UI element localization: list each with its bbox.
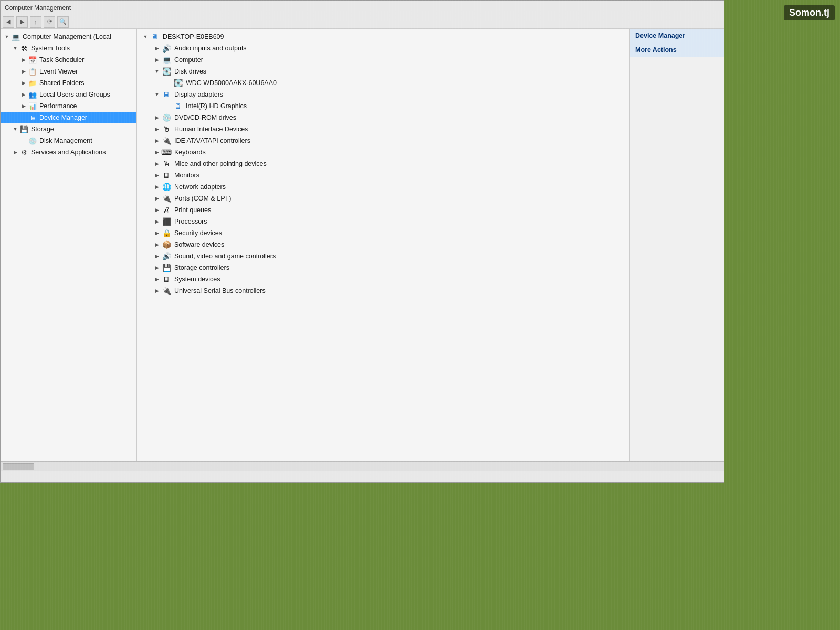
dev-item-sound[interactable]: ▶ 🔊 Sound, video and game controllers xyxy=(137,250,629,262)
sidebar-item-system-tools[interactable]: ▼ 🛠 System Tools xyxy=(1,43,136,54)
toolbar-btn-4[interactable]: ⟳ xyxy=(44,16,55,28)
dev-item-processors[interactable]: ▶ ⬛ Processors xyxy=(137,216,629,227)
mmc-window: Computer Management ◀ ▶ ↑ ⟳ 🔍 ▼ 💻 Comput… xyxy=(0,0,724,483)
dev-item-usb[interactable]: ▶ 🔌 Universal Serial Bus controllers xyxy=(137,285,629,297)
dev-item-disk-drives[interactable]: ▼ 💽 Disk drives xyxy=(137,66,629,77)
dev-item-root[interactable]: ▼ 🖥 DESKTOP-E0EB609 xyxy=(137,31,629,43)
action-panel: Device Manager More Actions xyxy=(629,29,724,461)
display-icon: 🖥 xyxy=(161,90,172,99)
sidebar-item-device-manager[interactable]: 🖥 Device Manager xyxy=(1,112,136,123)
expand-icon: ▶ xyxy=(153,136,161,145)
expand-icon: ▶ xyxy=(153,229,161,237)
desktop-icon: 🖥 xyxy=(150,32,160,41)
dev-label: Print queues xyxy=(174,206,211,214)
expand-icon: ▼ xyxy=(153,67,161,76)
dev-item-intel[interactable]: 🖥 Intel(R) HD Graphics xyxy=(137,100,629,112)
expand-icon xyxy=(19,113,28,122)
toolbar-btn-3[interactable]: ↑ xyxy=(30,16,41,28)
window-title: Computer Management xyxy=(5,4,71,12)
expand-icon: ▼ xyxy=(11,44,19,52)
dev-item-security[interactable]: ▶ 🔒 Security devices xyxy=(137,227,629,239)
performance-icon: 📊 xyxy=(28,102,37,110)
horizontal-scrollbar[interactable] xyxy=(1,461,724,471)
network-icon: 🌐 xyxy=(161,182,172,192)
expand-icon: ▶ xyxy=(153,160,161,168)
dev-item-mice[interactable]: ▶ 🖱 Mice and other pointing devices xyxy=(137,158,629,170)
computer-icon: 💻 xyxy=(11,33,20,41)
dev-label: DESKTOP-E0EB609 xyxy=(163,33,224,40)
dev-item-hid[interactable]: ▶ 🖱 Human Interface Devices xyxy=(137,123,629,135)
sidebar-item-performance[interactable]: ▶ 📊 Performance xyxy=(1,100,136,112)
sidebar-label: Event Viewer xyxy=(39,68,78,75)
dev-label: Intel(R) HD Graphics xyxy=(186,102,247,110)
dev-item-storage-ctrl[interactable]: ▶ 💾 Storage controllers xyxy=(137,262,629,274)
dev-label: Disk drives xyxy=(174,68,206,75)
sidebar-item-event-viewer[interactable]: ▶ 📋 Event Viewer xyxy=(1,66,136,77)
expand-icon: ▶ xyxy=(153,264,161,272)
dev-item-dvd[interactable]: ▶ 💿 DVD/CD-ROM drives xyxy=(137,112,629,123)
dev-label: Human Interface Devices xyxy=(174,125,248,133)
expand-icon: ▶ xyxy=(153,113,161,122)
sidebar-item-shared-folders[interactable]: ▶ 📁 Shared Folders xyxy=(1,77,136,89)
dev-label: Sound, video and game controllers xyxy=(174,253,276,260)
sidebar-item-services[interactable]: ▶ ⚙ Services and Applications xyxy=(1,146,136,158)
sidebar-label: Services and Applications xyxy=(31,149,106,156)
expand-icon xyxy=(164,102,173,110)
dev-label: DVD/CD-ROM drives xyxy=(174,114,236,121)
dev-item-print-queues[interactable]: ▶ 🖨 Print queues xyxy=(137,204,629,216)
dev-item-wdc[interactable]: 💽 WDC WD5000AAKX-60U6AA0 xyxy=(137,77,629,89)
dev-label: System devices xyxy=(174,276,220,283)
dev-label: Computer xyxy=(174,56,203,64)
sidebar-item-storage[interactable]: ▼ 💾 Storage xyxy=(1,123,136,135)
device-tree-panel: ▼ 🖥 DESKTOP-E0EB609 ▶ 🔊 Audio inputs and… xyxy=(137,29,629,461)
expand-icon: ▶ xyxy=(153,183,161,191)
action-section-device-manager[interactable]: Device Manager xyxy=(630,29,724,43)
mouse-icon: 🖱 xyxy=(161,159,172,169)
storage-ctrl-icon: 💾 xyxy=(161,263,172,272)
dev-label: Ports (COM & LPT) xyxy=(174,195,231,202)
watermark: Somon.tj xyxy=(784,5,835,20)
dev-item-keyboards[interactable]: ▶ ⌨ Keyboards xyxy=(137,146,629,158)
dev-label: Security devices xyxy=(174,229,222,237)
dev-item-ide[interactable]: ▶ 🔌 IDE ATA/ATAPI controllers xyxy=(137,135,629,146)
services-icon: ⚙ xyxy=(19,148,29,156)
dev-item-computer[interactable]: ▶ 💻 Computer xyxy=(137,54,629,66)
dev-item-audio[interactable]: ▶ 🔊 Audio inputs and outputs xyxy=(137,43,629,54)
sidebar-item-disk-management[interactable]: 💿 Disk Management xyxy=(1,135,136,146)
status-bar xyxy=(1,471,724,482)
expand-icon: ▶ xyxy=(11,148,19,156)
toolbar-btn-2[interactable]: ▶ xyxy=(16,16,28,28)
toolbar-btn-5[interactable]: 🔍 xyxy=(57,16,69,28)
dev-label: Keyboards xyxy=(174,149,206,156)
expand-icon: ▶ xyxy=(153,171,161,180)
processor-icon: ⬛ xyxy=(161,217,172,226)
sidebar-item-computer-management[interactable]: ▼ 💻 Computer Management (Local xyxy=(1,31,136,43)
sidebar-label: System Tools xyxy=(31,45,70,52)
dev-item-system-devices[interactable]: ▶ 🖥 System devices xyxy=(137,274,629,285)
dev-label: IDE ATA/ATAPI controllers xyxy=(174,137,250,144)
expand-icon: ▶ xyxy=(153,240,161,249)
sidebar-label: Task Scheduler xyxy=(39,56,84,64)
users-icon: 👥 xyxy=(28,90,37,99)
dev-item-software-devices[interactable]: ▶ 📦 Software devices xyxy=(137,239,629,250)
sidebar-item-task-scheduler[interactable]: ▶ 📅 Task Scheduler xyxy=(1,54,136,66)
monitor-icon: 🖥 xyxy=(161,171,172,180)
sidebar-label: Computer Management (Local xyxy=(23,33,111,40)
folder-icon: 📁 xyxy=(28,79,37,87)
scrollbar-thumb[interactable] xyxy=(3,463,34,470)
sidebar-label: Storage xyxy=(31,125,54,133)
dev-item-monitors[interactable]: ▶ 🖥 Monitors xyxy=(137,170,629,181)
action-section-more-actions[interactable]: More Actions xyxy=(630,43,724,57)
toolbar-btn-1[interactable]: ◀ xyxy=(3,16,14,28)
sidebar-item-local-users[interactable]: ▶ 👥 Local Users and Groups xyxy=(1,89,136,100)
expand-icon: ▶ xyxy=(19,67,28,76)
storage-icon: 💾 xyxy=(19,125,29,133)
dev-item-display[interactable]: ▼ 🖥 Display adapters xyxy=(137,89,629,100)
expand-icon: ▶ xyxy=(153,148,161,156)
sidebar-tree: ▼ 💻 Computer Management (Local ▼ 🛠 Syste… xyxy=(1,29,137,461)
expand-icon: ▶ xyxy=(153,287,161,295)
dev-item-network[interactable]: ▶ 🌐 Network adapters xyxy=(137,181,629,193)
disk-icon: 💿 xyxy=(28,136,37,145)
dev-item-ports[interactable]: ▶ 🔌 Ports (COM & LPT) xyxy=(137,193,629,204)
audio-icon: 🔊 xyxy=(161,44,172,53)
